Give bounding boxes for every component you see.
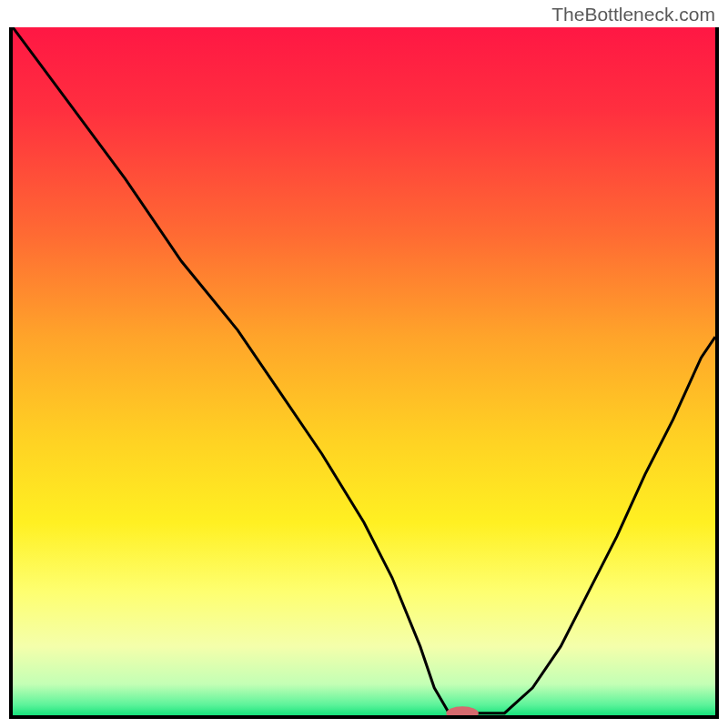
plot-frame [9, 27, 719, 719]
watermark-text: TheBottleneck.com [551, 4, 715, 25]
plot-svg [13, 27, 715, 715]
gradient-background [13, 27, 715, 715]
chart-card: TheBottleneck.com [0, 0, 728, 728]
